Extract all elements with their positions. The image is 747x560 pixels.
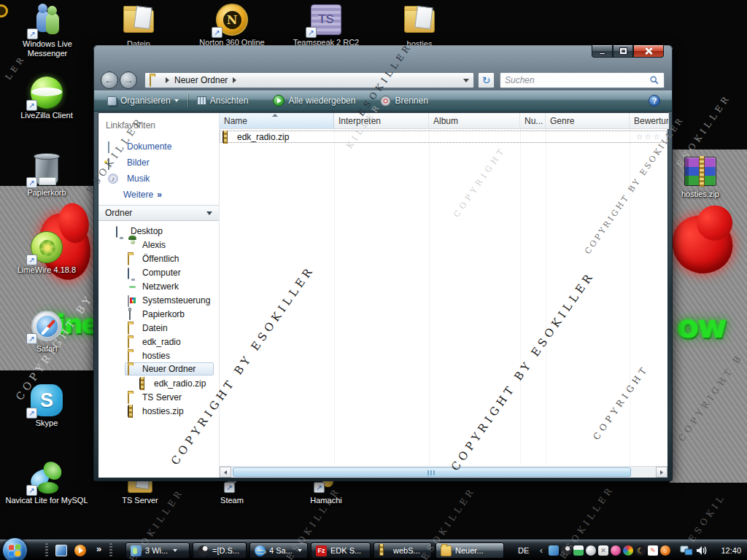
media-player-icon[interactable] bbox=[74, 545, 86, 556]
views-button[interactable]: Ansichten bbox=[193, 93, 253, 108]
breadcrumb[interactable]: Neuer Ordner bbox=[144, 72, 474, 88]
taskbar-button-group-2[interactable]: 4 Sa... bbox=[249, 542, 308, 559]
sidebar-item-bilder[interactable]: Bilder bbox=[98, 155, 219, 170]
taskbar-button-neuer-ordner[interactable]: Neuer... bbox=[436, 542, 504, 559]
taskbar-button-group-1[interactable]: 3 Wi... bbox=[125, 542, 190, 559]
breadcrumb-dropdown-icon[interactable] bbox=[463, 79, 469, 82]
close-button[interactable] bbox=[633, 45, 664, 58]
navicat-icon bbox=[28, 461, 65, 494]
desktop-icon-skype[interactable]: Skype bbox=[12, 384, 82, 428]
tray-person-status-icon[interactable] bbox=[573, 545, 584, 556]
tray-network-icon[interactable] bbox=[680, 545, 693, 556]
desktop-icon-papierkorb[interactable]: Papierkorb bbox=[12, 153, 82, 198]
burn-button[interactable]: Brennen bbox=[376, 93, 432, 109]
desktop: Fine ow Windows Live Messenger Datein No… bbox=[0, 0, 747, 560]
control-panel-icon bbox=[128, 295, 139, 306]
tray-sphere-icon[interactable] bbox=[586, 545, 596, 556]
refresh-button[interactable]: ↻ bbox=[478, 72, 495, 88]
tray-steam-icon[interactable] bbox=[561, 545, 571, 556]
tray-orange-app-icon[interactable] bbox=[660, 545, 670, 556]
desktop-icon-norton[interactable]: Norton 360 Online bbox=[197, 3, 267, 47]
tree-item-datein[interactable]: Datein bbox=[98, 321, 217, 335]
tray-notes-app-icon[interactable] bbox=[648, 545, 658, 556]
burn-label: Brennen bbox=[395, 96, 427, 106]
file-row-edk-radio-zip[interactable]: edk_radio.zip ☆☆☆ bbox=[220, 131, 667, 143]
scroll-left-button[interactable] bbox=[220, 467, 231, 478]
help-button[interactable]: ? bbox=[649, 95, 660, 106]
back-button[interactable]: ← bbox=[101, 71, 118, 89]
tree-item-alexis[interactable]: Alexis bbox=[98, 238, 217, 252]
organize-icon bbox=[107, 96, 117, 106]
desktop-icon-livezilla[interactable]: LiveZilla Client bbox=[12, 76, 82, 120]
scrollbar-thumb[interactable] bbox=[233, 467, 631, 477]
search-box bbox=[500, 72, 665, 88]
tray-messenger-icon[interactable] bbox=[549, 545, 559, 556]
desktop-icon-navicat[interactable]: Navicat Lite for MySQL bbox=[0, 461, 99, 505]
desktop-icon-hosties[interactable]: hosties bbox=[384, 4, 454, 49]
desktop-icon-teamspeak[interactable]: Teamspeak 2 RC2 bbox=[291, 3, 361, 47]
maximize-button[interactable] bbox=[613, 45, 633, 58]
taskbar-button-filezilla[interactable]: EDK S... bbox=[311, 542, 371, 559]
desktop-icon-safari[interactable]: Safari bbox=[12, 309, 82, 354]
scroll-right-button[interactable] bbox=[656, 467, 667, 478]
column-header-album[interactable]: Album bbox=[429, 113, 520, 129]
taskbar-button-label: EDK S... bbox=[330, 546, 361, 555]
tree-item-systemsteuerung[interactable]: Systemsteuerung bbox=[98, 293, 217, 307]
breadcrumb-item[interactable]: Neuer Ordner bbox=[174, 75, 228, 85]
show-desktop-icon[interactable] bbox=[55, 545, 67, 556]
column-label: Nu... bbox=[525, 116, 543, 126]
tray-moon-app-icon[interactable] bbox=[635, 545, 646, 556]
clock[interactable]: 12:40 bbox=[721, 546, 741, 555]
tree-item-papierkorb[interactable]: Papierkorb bbox=[98, 307, 217, 321]
wallpaper-graffiti-right: ow bbox=[677, 308, 726, 345]
tree-item-desktop[interactable]: Desktop bbox=[98, 224, 217, 238]
tree-item-edk-radio-zip[interactable]: edk_radio.zip bbox=[98, 376, 217, 390]
rating-stars-icon[interactable]: ☆☆☆ bbox=[635, 132, 662, 141]
tray-pink-app-icon[interactable] bbox=[611, 545, 621, 556]
horizontal-scrollbar[interactable] bbox=[220, 466, 667, 478]
start-button[interactable] bbox=[2, 537, 28, 560]
tray-x-app-icon[interactable] bbox=[598, 545, 608, 556]
tree-item-neuer-ordner-selected[interactable]: Neuer Ordner bbox=[125, 362, 214, 376]
sidebar-item-musik[interactable]: Musik bbox=[98, 171, 219, 186]
tree-item-netzwerk[interactable]: Netzwerk bbox=[98, 279, 217, 293]
tree-item-hosties[interactable]: hosties bbox=[98, 349, 217, 362]
desktop-icon-limewire[interactable]: LimeWire 4.18.8 bbox=[12, 230, 82, 275]
taskbar-button-winrar[interactable]: webS... bbox=[374, 542, 432, 559]
quicklaunch-overflow-icon[interactable] bbox=[96, 543, 108, 555]
tree-item-oeffentlich[interactable]: Öffentlich bbox=[98, 252, 217, 265]
language-indicator[interactable]: DE bbox=[518, 546, 529, 555]
toolbar-grip bbox=[109, 543, 112, 557]
folder-icon bbox=[128, 392, 139, 402]
column-header-nummer[interactable]: Nu... bbox=[520, 113, 546, 129]
column-header-genre[interactable]: Genre bbox=[546, 113, 630, 129]
column-header-name[interactable]: Name bbox=[220, 113, 334, 129]
minimize-button[interactable] bbox=[592, 45, 613, 58]
folders-bar[interactable]: Ordner bbox=[98, 205, 219, 221]
desktop-icon-hosties-zip[interactable]: hosties.zip bbox=[665, 155, 735, 199]
column-label: Genre bbox=[550, 116, 574, 126]
search-icon[interactable] bbox=[649, 75, 659, 85]
desktop-icon-windows-live-messenger[interactable]: Windows Live Messenger bbox=[12, 4, 82, 58]
desktop-icon-datein[interactable]: Datein bbox=[104, 4, 174, 49]
tray-swirl-app-icon[interactable] bbox=[623, 545, 633, 556]
taskbar-button-steam[interactable]: =[D.S... bbox=[193, 542, 247, 559]
tree-item-edk-radio[interactable]: edk_radio bbox=[98, 335, 217, 349]
tree-item-ts-server[interactable]: TS Server bbox=[98, 390, 217, 404]
organize-button[interactable]: Organisieren bbox=[103, 93, 183, 108]
sidebar-item-dokumente[interactable]: Dokumente bbox=[98, 139, 219, 154]
play-all-button[interactable]: Alle wiedergeben bbox=[268, 93, 360, 109]
search-input[interactable] bbox=[505, 75, 649, 85]
corner-icon bbox=[0, 4, 8, 18]
sidebar-item-more[interactable]: Weitere » bbox=[98, 187, 219, 202]
tree-item-computer[interactable]: Computer bbox=[98, 265, 217, 279]
pictures-icon bbox=[108, 158, 119, 168]
column-header-bewertung[interactable]: Bewertung bbox=[630, 113, 669, 129]
column-header-interpreten[interactable]: Interpreten bbox=[334, 113, 429, 129]
shortcut-arrow-icon bbox=[26, 333, 37, 344]
computer-icon bbox=[128, 268, 139, 278]
tray-expand-icon[interactable] bbox=[540, 545, 543, 556]
tray-volume-icon[interactable] bbox=[696, 545, 708, 556]
forward-button[interactable]: → bbox=[120, 71, 137, 89]
tree-item-hosties-zip[interactable]: hosties.zip bbox=[98, 404, 217, 418]
